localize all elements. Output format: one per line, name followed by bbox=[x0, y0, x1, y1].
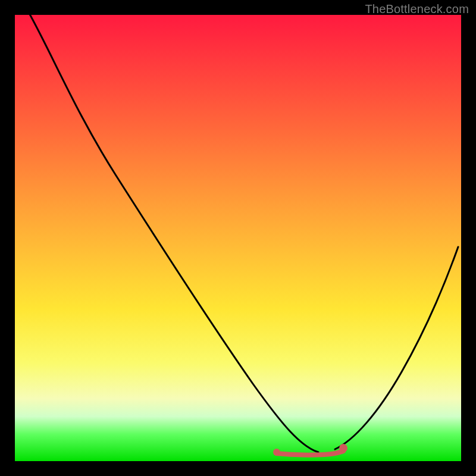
curve-overlay bbox=[15, 15, 461, 461]
right-curve bbox=[335, 247, 458, 449]
accent-dot-left bbox=[273, 449, 280, 456]
chart-frame: TheBottleneck.com bbox=[0, 0, 476, 476]
watermark-text: TheBottleneck.com bbox=[365, 2, 469, 16]
plot-area bbox=[15, 15, 461, 461]
left-curve bbox=[27, 15, 318, 452]
accent-dot-right bbox=[339, 444, 347, 452]
flat-accent-segment bbox=[277, 451, 343, 455]
